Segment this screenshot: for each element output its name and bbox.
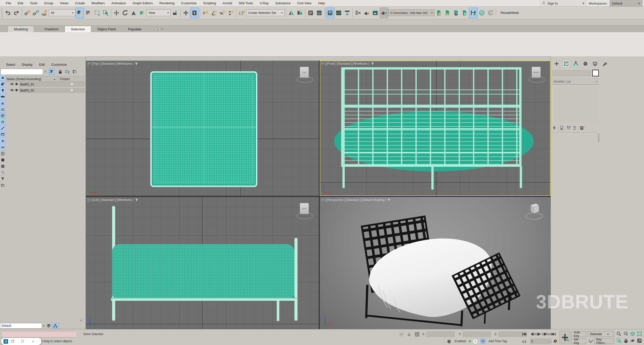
set-keys-button[interactable]: [559, 331, 571, 344]
time-configuration-button[interactable]: [553, 338, 558, 344]
hierarchy-view-icon[interactable]: [52, 323, 59, 329]
menu-help[interactable]: Help: [315, 1, 328, 5]
viewcube-left[interactable]: LEFT: [295, 202, 313, 219]
tab-freeform[interactable]: Freeform: [39, 26, 65, 32]
toggle-scene-explorer-button[interactable]: [306, 8, 315, 18]
reset-weld-button[interactable]: Reset&Weld: [501, 11, 519, 15]
menu-modifiers[interactable]: Modifiers: [88, 1, 108, 5]
asset-settings-icon[interactable]: [435, 8, 443, 18]
menu-vray[interactable]: V-Ray: [256, 1, 272, 5]
viewcube-face-label[interactable]: FRONT: [532, 67, 541, 78]
select-and-scale-button[interactable]: [129, 8, 138, 18]
add-time-tag[interactable]: Add Time Tag: [488, 339, 507, 343]
transform-gizmo-icon[interactable]: [414, 331, 420, 337]
mirror-button[interactable]: [287, 8, 295, 18]
select-by-name-button[interactable]: [84, 8, 93, 18]
viewport-filter-icon[interactable]: [371, 62, 374, 65]
explorer-column-headers[interactable]: Name (Sorted Ascending) ▲ Frozen: [6, 76, 86, 82]
viewport-perspective[interactable]: [+ ] [Perspective ] [Standard ] [Default…: [320, 197, 551, 329]
menu-views[interactable]: Views: [57, 1, 72, 5]
modifier-list-dropdown[interactable]: Modifier List: [552, 78, 599, 85]
frozen-snowflake-icon[interactable]: [70, 82, 73, 86]
menu-arnold[interactable]: Arnold: [219, 1, 235, 5]
snaps-toggle-button[interactable]: 3: [201, 8, 210, 18]
tab-motion[interactable]: [582, 60, 589, 67]
restore-window-icon[interactable]: [11, 340, 14, 343]
menu-rendering[interactable]: Rendering: [156, 1, 178, 5]
tab-display[interactable]: [591, 60, 599, 67]
maximize-viewport-toggle[interactable]: [636, 337, 643, 344]
zoom-extents-all-button[interactable]: [636, 331, 643, 337]
orbit-button[interactable]: [629, 337, 636, 344]
panel-scrollbar[interactable]: [598, 133, 600, 142]
remove-modifier-icon[interactable]: [573, 126, 577, 131]
viewcube-face-label[interactable]: TOP: [300, 67, 309, 78]
viewport-filter-icon[interactable]: [135, 62, 138, 65]
filter-selection-icon[interactable]: [0, 75, 5, 81]
menu-create[interactable]: Create: [72, 1, 88, 5]
explorer-overflow-chevrons[interactable]: »: [80, 318, 82, 322]
viewcube-perspective[interactable]: [524, 201, 544, 221]
maxscript-mini-listener[interactable]: [1, 331, 76, 337]
layer-list-icon[interactable]: [45, 324, 52, 328]
taskbar-preview-overlay[interactable]: 3 ×: [1, 338, 41, 345]
key-mode-dropdown[interactable]: Selected: [588, 331, 614, 337]
filter-funnel-icon[interactable]: [0, 176, 5, 182]
filter-import-icon[interactable]: [0, 119, 5, 125]
explorer-workspace-dropdown[interactable]: Default: [0, 323, 42, 329]
curve-editor-button[interactable]: [334, 8, 343, 18]
selection-filter-dropdown[interactable]: All: [49, 9, 76, 16]
undo-button[interactable]: [4, 8, 12, 18]
sign-in-caret-icon[interactable]: ▼: [582, 2, 585, 5]
render-setup-button[interactable]: [362, 8, 371, 18]
select-and-place-button[interactable]: [138, 8, 146, 18]
menu-group[interactable]: Group: [41, 1, 57, 5]
maximize-window-icon[interactable]: [21, 340, 24, 343]
filter-space-warps-icon[interactable]: [0, 106, 5, 112]
tab-object-paint[interactable]: Object Paint: [91, 26, 122, 32]
object-name[interactable]: Bed02_01: [20, 83, 34, 86]
explorer-menu-select[interactable]: Select: [6, 63, 15, 66]
menu-edit[interactable]: Edit: [14, 1, 27, 5]
redo-button[interactable]: [12, 8, 21, 18]
next-frame-button[interactable]: [542, 331, 548, 337]
angle-snap-toggle-button[interactable]: [210, 8, 218, 18]
filter-advanced-disabled-icon[interactable]: [0, 169, 5, 176]
filter-cameras-icon[interactable]: [0, 94, 5, 100]
configure-modifier-sets-icon[interactable]: [580, 126, 585, 131]
tab-utilities[interactable]: [601, 60, 608, 67]
filter-geometry-icon[interactable]: [0, 112, 5, 119]
menu-file[interactable]: File: [3, 1, 14, 5]
schematic-view-button[interactable]: [343, 8, 352, 18]
viewport-filter-icon[interactable]: [387, 199, 390, 201]
table-row[interactable]: Bed02_01: [6, 82, 86, 87]
tab-selection[interactable]: Selection: [65, 26, 91, 32]
column-frozen[interactable]: Frozen: [58, 77, 69, 82]
workspace-dropdown[interactable]: Default ▼: [610, 0, 642, 6]
bind-to-space-warp-icon[interactable]: [40, 8, 49, 18]
menu-customize[interactable]: Customize: [178, 1, 200, 5]
collapse-hierarchy-icon[interactable]: [72, 69, 78, 75]
key-filters-button[interactable]: Key Filters...: [594, 338, 614, 344]
tab-populate[interactable]: Populate: [122, 26, 147, 32]
reference-coordinate-system-dropdown[interactable]: View: [146, 9, 171, 16]
ribbon-minimize-button[interactable]: ▾: [153, 27, 165, 32]
explorer-menu-display[interactable]: Display: [22, 63, 33, 66]
pin-stack-icon[interactable]: [552, 126, 557, 131]
viewcube-face-label[interactable]: LEFT: [300, 203, 309, 214]
y-coordinate-field[interactable]: [463, 332, 491, 337]
tab-create[interactable]: [553, 60, 560, 67]
unlink-selection-icon[interactable]: [32, 8, 40, 18]
visibility-eye-icon[interactable]: [10, 89, 14, 92]
menu-graph-editors[interactable]: Graph Editors: [129, 1, 156, 5]
rectangular-selection-region-button[interactable]: [93, 8, 101, 18]
tab-hierarchy[interactable]: [572, 60, 580, 67]
tab-modify[interactable]: [562, 60, 570, 67]
previous-frame-button[interactable]: [529, 331, 535, 337]
set-key-button[interactable]: Set Key: [572, 338, 586, 344]
menu-sini-tools[interactable]: SiNi Tools: [235, 1, 257, 5]
scene-health-check-icon[interactable]: [478, 8, 486, 18]
visibility-eye-icon[interactable]: [10, 83, 14, 86]
filter-bones-icon[interactable]: [0, 125, 5, 131]
selection-lock-toggle[interactable]: [406, 331, 412, 337]
